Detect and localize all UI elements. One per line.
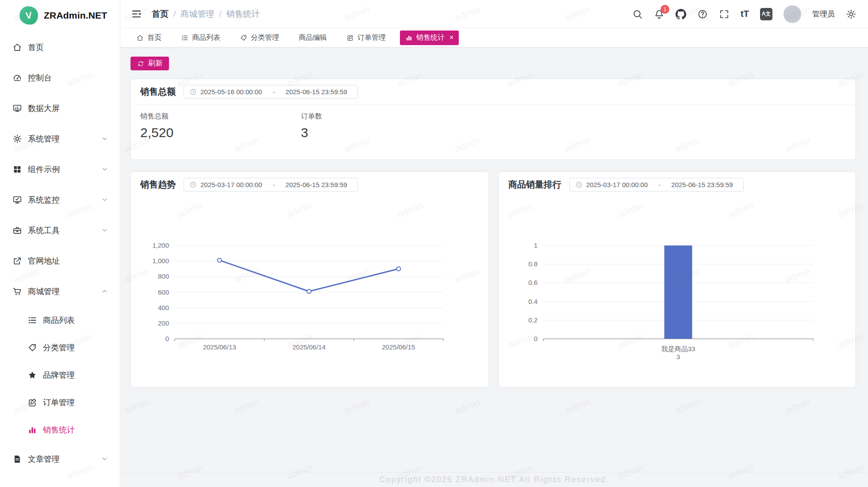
tab-订单管理[interactable]: 订单管理 bbox=[341, 31, 391, 45]
sidebar-item-订单管理[interactable]: 订单管理 bbox=[0, 389, 120, 416]
content: 刷新 销售总额 2025-05-16 00:00:00 - 2025-06-15… bbox=[120, 47, 868, 472]
monitor-icon bbox=[12, 195, 22, 205]
bar-chart-icon bbox=[405, 34, 413, 42]
tab-销售统计[interactable]: 销售统计× bbox=[400, 31, 459, 45]
svg-text:3: 3 bbox=[676, 353, 680, 360]
sidebar-item-分类管理[interactable]: 分类管理 bbox=[0, 334, 120, 361]
tab-label: 首页 bbox=[147, 33, 161, 42]
rank-date-range[interactable]: 2025-03-17 00:00:00 - 2025-06-15 23:59:5… bbox=[569, 178, 744, 192]
copyright-text: Copyright ©2025 ZRAdmin.NET All Rights R… bbox=[379, 475, 609, 484]
trend-chart: 02004006008001,0001,2002025/06/132025/06… bbox=[131, 172, 489, 388]
sidebar-item-label: 销售统计 bbox=[43, 425, 108, 435]
svg-text:0: 0 bbox=[165, 335, 169, 342]
main: 首页 / 商城管理 / 销售统计 1tTA文 管理员 首页商品列表分类管理商品编… bbox=[120, 0, 868, 487]
tab-分类管理[interactable]: 分类管理 bbox=[234, 31, 284, 45]
trend-card-header: 销售趋势 2025-03-17 00:00:00 - 2025-06-15 23… bbox=[131, 172, 488, 197]
github-icon[interactable] bbox=[676, 9, 686, 19]
rank-card-header: 商品销量排行 2025-03-17 00:00:00 - 2025-06-15 … bbox=[499, 172, 855, 197]
sidebar-item-首页[interactable]: 首页 bbox=[0, 32, 120, 62]
svg-text:0: 0 bbox=[534, 335, 538, 342]
search-icon[interactable] bbox=[632, 9, 643, 19]
sidebar-item-商城管理[interactable]: 商城管理 bbox=[0, 276, 120, 307]
sidebar-item-系统管理[interactable]: 系统管理 bbox=[0, 123, 120, 154]
summary-date-end[interactable]: 2025-06-15 23:59:59 bbox=[285, 88, 347, 96]
tab-label: 商品编辑 bbox=[299, 33, 327, 42]
refresh-button[interactable]: 刷新 bbox=[131, 57, 169, 70]
tab-首页[interactable]: 首页 bbox=[131, 31, 167, 45]
rank-date-start[interactable]: 2025-03-17 00:00:00 bbox=[586, 181, 648, 188]
font-size-control[interactable]: tT bbox=[741, 9, 749, 19]
sidebar-item-品牌管理[interactable]: 品牌管理 bbox=[0, 361, 120, 389]
tag-icon bbox=[27, 343, 37, 353]
rank-date-end[interactable]: 2025-06-15 23:59:59 bbox=[671, 181, 733, 188]
trend-card: 销售趋势 2025-03-17 00:00:00 - 2025-06-15 23… bbox=[131, 172, 489, 387]
trend-point bbox=[218, 258, 222, 262]
article-icon bbox=[12, 454, 22, 464]
sidebar-item-文章管理[interactable]: 文章管理 bbox=[0, 444, 120, 474]
sidebar-item-官网地址[interactable]: 官网地址 bbox=[0, 245, 120, 276]
avatar[interactable] bbox=[784, 5, 801, 23]
date-range-separator: - bbox=[658, 181, 661, 188]
svg-text:0.2: 0.2 bbox=[528, 316, 538, 324]
rank-chart: 00.20.40.60.81我是商品333 bbox=[499, 172, 856, 388]
trend-date-end[interactable]: 2025-06-15 23:59:59 bbox=[285, 181, 347, 188]
breadcrumb-mall: 商城管理 bbox=[181, 8, 214, 20]
sidebar-item-label: 组件示例 bbox=[28, 164, 101, 175]
page: V ZRAdmin.NET 首页控制台数据大屏系统管理组件示例系统监控系统工具官… bbox=[0, 0, 868, 487]
trend-date-range[interactable]: 2025-03-17 00:00:00 - 2025-06-15 23:59:5… bbox=[184, 178, 358, 192]
sidebar-item-label: 分类管理 bbox=[43, 342, 108, 353]
summary-date-range[interactable]: 2025-05-16 00:00:00 - 2025-06-15 23:59:5… bbox=[184, 85, 358, 99]
date-range-separator: - bbox=[273, 181, 275, 188]
sidebar-item-组件示例[interactable]: 组件示例 bbox=[0, 154, 120, 184]
bell-icon[interactable]: 1 bbox=[654, 9, 664, 19]
tag-icon bbox=[240, 34, 247, 42]
close-icon[interactable]: × bbox=[449, 34, 453, 42]
rank-card: 商品销量排行 2025-03-17 00:00:00 - 2025-06-15 … bbox=[499, 172, 856, 387]
sidebar-item-label: 控制台 bbox=[28, 73, 108, 83]
sidebar-item-系统监控[interactable]: 系统监控 bbox=[0, 184, 120, 215]
trend-point bbox=[307, 289, 311, 293]
sidebar-item-数据大屏[interactable]: 数据大屏 bbox=[0, 93, 120, 123]
sidebar-item-label: 数据大屏 bbox=[28, 103, 108, 114]
list-icon bbox=[181, 34, 188, 42]
sidebar-item-控制台[interactable]: 控制台 bbox=[0, 62, 120, 93]
clock-icon bbox=[189, 88, 197, 96]
cart-icon bbox=[12, 287, 22, 296]
collapse-sidebar-icon[interactable] bbox=[131, 8, 142, 19]
settings-gear-icon[interactable] bbox=[846, 9, 856, 19]
rank-card-title: 商品销量排行 bbox=[508, 179, 561, 191]
app-logo[interactable]: V ZRAdmin.NET bbox=[0, 0, 120, 29]
tab-商品编辑[interactable]: 商品编辑 bbox=[293, 31, 332, 45]
trend-line bbox=[219, 260, 399, 291]
footer: Copyright ©2025 ZRAdmin.NET All Rights R… bbox=[120, 472, 868, 487]
sidebar-item-系统工具[interactable]: 系统工具 bbox=[0, 215, 120, 245]
summary-date-start[interactable]: 2025-05-16 00:00:00 bbox=[200, 88, 262, 96]
external-link-icon bbox=[12, 256, 22, 266]
fullscreen-icon[interactable] bbox=[719, 9, 730, 19]
stat-value: 2,520 bbox=[140, 125, 301, 140]
sidebar-item-商品列表[interactable]: 商品列表 bbox=[0, 307, 120, 334]
topbar: 首页 / 商城管理 / 销售统计 1tTA文 管理员 bbox=[120, 0, 868, 28]
summary-card: 销售总额 2025-05-16 00:00:00 - 2025-06-15 23… bbox=[131, 79, 856, 160]
trend-date-start[interactable]: 2025-03-17 00:00:00 bbox=[200, 181, 262, 188]
sidebar-item-label: 系统管理 bbox=[28, 134, 101, 144]
gear-icon bbox=[12, 134, 22, 144]
svg-text:2025/06/15: 2025/06/15 bbox=[382, 343, 415, 351]
order-edit-icon bbox=[346, 34, 354, 42]
sidebar-menu: 首页控制台数据大屏系统管理组件示例系统监控系统工具官网地址商城管理商品列表分类管… bbox=[0, 29, 120, 474]
svg-text:2025/06/14: 2025/06/14 bbox=[292, 343, 326, 351]
translate-control[interactable]: A文 bbox=[760, 8, 772, 20]
list-icon bbox=[27, 315, 37, 325]
sidebar-item-销售统计[interactable]: 销售统计 bbox=[0, 416, 120, 444]
sidebar-item-label: 文章管理 bbox=[28, 454, 101, 464]
svg-text:600: 600 bbox=[158, 288, 169, 296]
summary-stats: 销售总额2,520订单数3 bbox=[131, 105, 855, 140]
username[interactable]: 管理员 bbox=[812, 9, 835, 19]
bar-chart-icon bbox=[27, 425, 37, 435]
tab-商品列表[interactable]: 商品列表 bbox=[176, 31, 226, 45]
breadcrumb-home[interactable]: 首页 bbox=[152, 8, 169, 20]
grid-icon bbox=[12, 165, 22, 174]
help-icon[interactable] bbox=[697, 9, 708, 19]
chevron-down-icon bbox=[101, 165, 108, 173]
trend-point bbox=[396, 267, 400, 271]
